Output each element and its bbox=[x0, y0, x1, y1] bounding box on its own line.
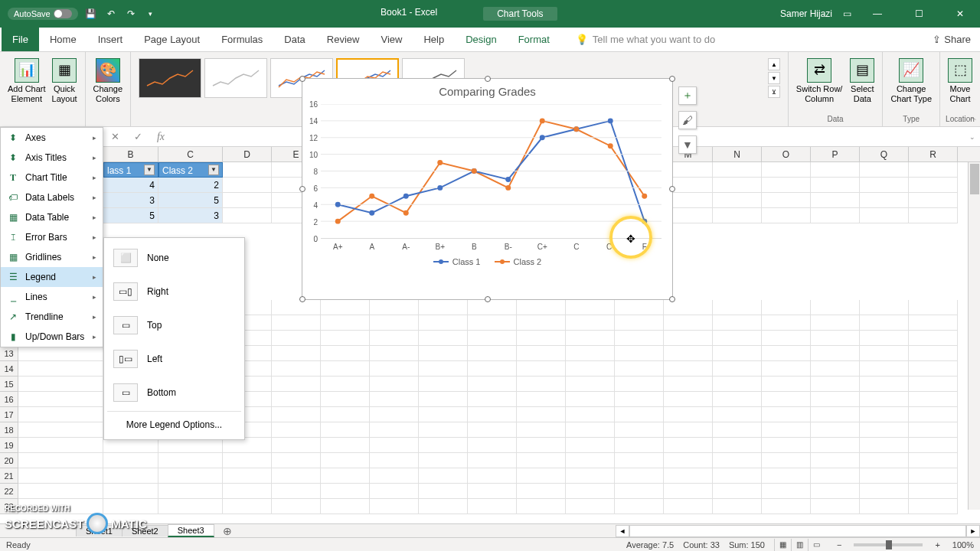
col-header-O[interactable]: O bbox=[762, 147, 811, 161]
qat-customize-icon[interactable]: ▾ bbox=[144, 7, 158, 21]
autosave-toggle[interactable]: AutoSave bbox=[8, 8, 78, 20]
chart-style-1[interactable] bbox=[139, 58, 201, 98]
row-header[interactable]: 21 bbox=[0, 468, 18, 484]
row-header[interactable]: 17 bbox=[0, 407, 18, 422]
tell-me-search[interactable]: 💡 Tell me what you want to do bbox=[560, 28, 924, 51]
expand-formula-bar-icon[interactable]: ⌄ bbox=[965, 133, 980, 141]
col-header-R[interactable]: R bbox=[909, 147, 958, 161]
chart-title[interactable]: Comparing Grades bbox=[302, 79, 672, 101]
resize-handle[interactable] bbox=[669, 296, 675, 302]
hscroll-right-icon[interactable]: ► bbox=[966, 525, 980, 537]
chart-legend[interactable]: Class 1Class 2 bbox=[302, 253, 672, 271]
legend-right[interactable]: ▭▯Right bbox=[104, 275, 244, 308]
enter-formula-icon[interactable]: ✓ bbox=[126, 131, 149, 142]
tab-format[interactable]: Format bbox=[508, 28, 560, 51]
zoom-out-button[interactable]: − bbox=[834, 540, 844, 549]
ribbon-display-icon[interactable]: ▭ bbox=[843, 8, 851, 19]
resize-handle[interactable] bbox=[485, 76, 491, 82]
save-icon[interactable]: 💾 bbox=[84, 7, 98, 21]
filter-arrow-icon[interactable]: ▼ bbox=[144, 165, 155, 175]
row-header[interactable]: 13 bbox=[0, 346, 18, 361]
tab-review[interactable]: Review bbox=[316, 28, 371, 51]
resize-handle[interactable] bbox=[669, 186, 675, 192]
row-header[interactable]: 15 bbox=[0, 377, 18, 392]
menu-axes[interactable]: ⬍Axes▸ bbox=[1, 128, 103, 148]
chart-style-2[interactable] bbox=[204, 58, 267, 98]
legend-top[interactable]: ▭Top bbox=[104, 308, 244, 342]
tab-help[interactable]: Help bbox=[413, 28, 455, 51]
menu-chart-title[interactable]: 𝐓Chart Title▸ bbox=[1, 168, 103, 187]
quick-layout-button[interactable]: ▦ Quick Layout bbox=[49, 55, 80, 123]
menu-updown-bars[interactable]: ▮Up/Down Bars▸ bbox=[1, 327, 103, 347]
col-header-Q[interactable]: Q bbox=[860, 147, 909, 161]
cell[interactable] bbox=[18, 392, 103, 407]
resize-handle[interactable] bbox=[669, 76, 675, 82]
menu-error-bars[interactable]: 𝙸Error Bars▸ bbox=[1, 227, 103, 247]
undo-icon[interactable]: ↶ bbox=[104, 7, 118, 21]
sheet-tab-3[interactable]: Sheet3 bbox=[168, 524, 214, 537]
tab-data[interactable]: Data bbox=[273, 28, 315, 51]
zoom-slider[interactable] bbox=[854, 543, 923, 546]
cell[interactable] bbox=[18, 422, 103, 438]
menu-lines[interactable]: ⎯Lines▸ bbox=[1, 287, 103, 307]
resize-handle[interactable] bbox=[299, 76, 305, 82]
tab-design[interactable]: Design bbox=[455, 28, 507, 51]
tab-insert[interactable]: Insert bbox=[87, 28, 134, 51]
gallery-more-icon[interactable]: ⊻ bbox=[768, 86, 780, 98]
zoom-in-button[interactable]: + bbox=[932, 540, 942, 549]
resize-handle[interactable] bbox=[299, 296, 305, 302]
row-header[interactable]: 19 bbox=[0, 438, 18, 453]
cell[interactable] bbox=[18, 484, 103, 499]
chart-plot-area[interactable]: 0246810121416 A+AA-B+BB-C+CC-F bbox=[321, 104, 662, 249]
col-header-P[interactable]: P bbox=[811, 147, 860, 161]
row-header[interactable]: 18 bbox=[0, 422, 18, 438]
menu-axis-titles[interactable]: ⬍Axis Titles▸ bbox=[1, 148, 103, 168]
legend-more-options[interactable]: More Legend Options... bbox=[104, 413, 244, 436]
zoom-level[interactable]: 100% bbox=[952, 540, 974, 549]
maximize-button[interactable]: ☐ bbox=[903, 0, 934, 28]
cell[interactable] bbox=[18, 438, 103, 453]
cell[interactable] bbox=[18, 468, 103, 484]
resize-handle[interactable] bbox=[485, 296, 491, 302]
cell[interactable] bbox=[18, 453, 103, 468]
minimize-button[interactable]: — bbox=[862, 0, 893, 28]
embedded-chart[interactable]: Comparing Grades 0246810121416 A+AA-B+BB… bbox=[302, 78, 673, 300]
gallery-up-icon[interactable]: ▲ bbox=[768, 58, 780, 70]
select-data-button[interactable]: ▤ Select Data bbox=[847, 55, 877, 107]
col-header-C[interactable]: C bbox=[158, 147, 223, 161]
legend-none[interactable]: ⬜None bbox=[104, 241, 244, 275]
menu-trendline[interactable]: ↗Trendline▸ bbox=[1, 307, 103, 327]
tab-file[interactable]: File bbox=[2, 28, 39, 51]
legend-left[interactable]: ▯▭Left bbox=[104, 342, 244, 376]
move-chart-button[interactable]: ⬚ Move Chart bbox=[945, 55, 975, 107]
menu-data-labels[interactable]: 🏷Data Labels▸ bbox=[1, 187, 103, 207]
cell[interactable] bbox=[18, 377, 103, 392]
cancel-formula-icon[interactable]: ✕ bbox=[103, 131, 126, 142]
chart-styles-button[interactable]: 🖌 bbox=[678, 111, 697, 129]
col-header-N[interactable]: N bbox=[713, 147, 762, 161]
cell[interactable] bbox=[18, 407, 103, 422]
share-button[interactable]: ⇪ Share bbox=[923, 28, 980, 51]
menu-legend[interactable]: ☰Legend▸ bbox=[1, 267, 103, 287]
filter-arrow-icon[interactable]: ▼ bbox=[208, 165, 219, 175]
tab-view[interactable]: View bbox=[370, 28, 413, 51]
fx-icon[interactable]: fx bbox=[149, 131, 172, 143]
redo-icon[interactable]: ↷ bbox=[124, 7, 138, 21]
tab-home[interactable]: Home bbox=[39, 28, 87, 51]
view-page-layout-icon[interactable]: ▥ bbox=[791, 539, 808, 551]
switch-row-column-button[interactable]: ⇄ Switch Row/ Column bbox=[793, 55, 846, 107]
cell[interactable] bbox=[18, 361, 103, 377]
collapse-ribbon-icon[interactable]: ︿ bbox=[969, 112, 977, 123]
view-normal-icon[interactable]: ▦ bbox=[774, 539, 791, 551]
legend-bottom[interactable]: ▭Bottom bbox=[104, 376, 244, 409]
tab-formulas[interactable]: Formulas bbox=[211, 28, 273, 51]
menu-data-table[interactable]: ▦Data Table▸ bbox=[1, 207, 103, 227]
row-header[interactable]: 14 bbox=[0, 361, 18, 377]
change-chart-type-button[interactable]: 📈 Change Chart Type bbox=[887, 55, 935, 107]
user-name[interactable]: Samer Hijazi bbox=[780, 8, 832, 19]
add-sheet-button[interactable]: ⊕ bbox=[219, 525, 236, 537]
vertical-scrollbar[interactable] bbox=[968, 162, 980, 510]
hscroll-left-icon[interactable]: ◄ bbox=[616, 525, 629, 537]
menu-gridlines[interactable]: ▦Gridlines▸ bbox=[1, 247, 103, 267]
view-page-break-icon[interactable]: ▭ bbox=[808, 539, 825, 551]
